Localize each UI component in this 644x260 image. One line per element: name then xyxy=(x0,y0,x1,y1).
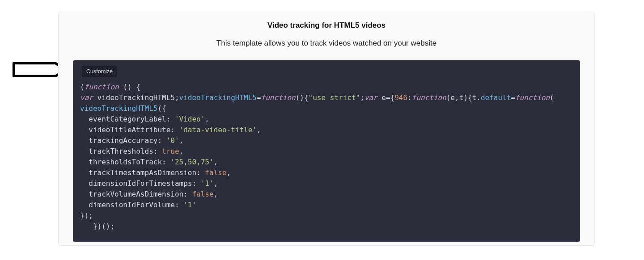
code-block: Customize (function () { var videoTracki… xyxy=(73,60,580,242)
template-panel: Video tracking for HTML5 videos This tem… xyxy=(58,12,595,246)
customize-button[interactable]: Customize xyxy=(82,66,117,77)
panel-header: Video tracking for HTML5 videos This tem… xyxy=(59,12,594,48)
code-scroll-region[interactable]: (function () { var videoTrackingHTML5;vi… xyxy=(73,82,580,242)
panel-subtitle: This template allows you to track videos… xyxy=(59,39,594,48)
code-content: (function () { var videoTrackingHTML5;vi… xyxy=(73,82,580,241)
panel-title: Video tracking for HTML5 videos xyxy=(59,21,594,30)
